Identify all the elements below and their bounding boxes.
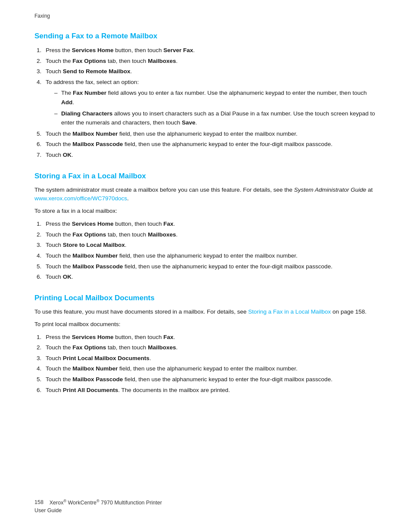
list-item: The Fax Number field allows you to enter… [54,88,377,107]
breadcrumb: Faxing [34,13,377,19]
steps-remote-mailbox: Press the Services Home button, then tou… [43,46,377,160]
section-printing-local: Printing Local Mailbox Documents To use … [34,294,377,395]
list-item: Touch the Mailbox Passcode field, then u… [43,262,377,271]
section-remote-mailbox: Sending a Fax to a Remote Mailbox Press … [34,32,377,160]
sub-list: The Fax Number field allows you to enter… [54,88,377,127]
steps-local-mailbox: Press the Services Home button, then tou… [43,219,377,282]
section-title-remote-mailbox: Sending a Fax to a Remote Mailbox [34,32,377,40]
section-title-printing-local: Printing Local Mailbox Documents [34,294,377,302]
prelude-printing-local: To print local mailbox documents: [34,320,377,329]
page: Faxing Sending a Fax to a Remote Mailbox… [0,0,411,532]
list-item: To address the fax, select an option: Th… [43,78,377,128]
footer-guide: User Guide [34,507,62,513]
list-item: Touch the Mailbox Number field, then use… [43,129,377,139]
section-intro-printing-local: To use this feature, you must have docum… [34,308,377,317]
list-item: Touch OK. [43,272,377,282]
section-local-mailbox: Storing a Fax in a Local Mailbox The sys… [34,172,377,282]
footer-sup1: ® [63,498,66,503]
list-item: Touch the Mailbox Number field, then use… [43,364,377,373]
list-item: Touch the Fax Options tab, then touch Ma… [43,343,377,352]
list-item: Press the Services Home button, then tou… [43,219,377,229]
footer-brand: Xerox® WorkCentre® 7970 Multifunction Pr… [50,500,162,506]
footer: 158 Xerox® WorkCentre® 7970 Multifunctio… [34,498,162,515]
list-item: Dialing Characters allows you to insert … [54,109,377,128]
list-item: Touch the Mailbox Passcode field, then u… [43,140,377,149]
italic-guide: System Administrator Guide [294,187,367,193]
list-item: Touch the Fax Options tab, then touch Ma… [43,230,377,240]
list-item: Touch Send to Remote Mailbox. [43,67,377,76]
list-item: Touch the Fax Options tab, then touch Ma… [43,56,377,66]
section-intro-local-mailbox: The system administrator must create a m… [34,186,377,204]
list-item: Touch Store to Local Mailbox. [43,240,377,250]
steps-printing-local: Press the Services Home button, then tou… [43,333,377,395]
link-storing-fax[interactable]: Storing a Fax in a Local Mailbox [248,308,331,315]
link-xerox-docs[interactable]: www.xerox.com/office/WC7970docs [34,195,127,202]
list-item: Touch the Mailbox Number field, then use… [43,251,377,261]
list-item: Touch OK. [43,150,377,160]
section-title-local-mailbox: Storing a Fax in a Local Mailbox [34,172,377,180]
footer-sup2: ® [97,498,100,503]
list-item: Press the Services Home button, then tou… [43,46,377,55]
list-item: Touch the Mailbox Passcode field, then u… [43,375,377,384]
list-item: Touch Print Local Mailbox Documents. [43,354,377,363]
prelude-local-mailbox: To store a fax in a local mailbox: [34,207,377,216]
list-item: Touch Print All Documents. The documents… [43,386,377,395]
list-item: Press the Services Home button, then tou… [43,333,377,342]
footer-page-number: 158 [34,500,44,506]
